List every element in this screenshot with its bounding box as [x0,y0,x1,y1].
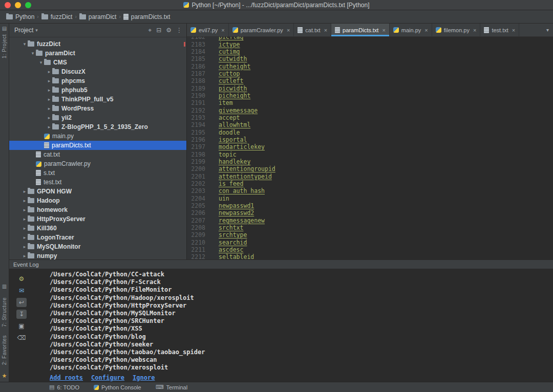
tree-item[interactable]: main.py [9,132,186,141]
editor-line[interactable]: 2186cutheight [187,62,553,70]
editor-line[interactable]: 2201attentiontypeid [187,173,553,180]
tree-collapsed-arrow-icon[interactable]: ▸ [22,226,28,231]
soft-wrap-icon[interactable]: ↩ [16,298,27,307]
editor[interactable]: 2182picflag2183ictype2184cutimg2185cutwi… [187,37,553,259]
tab-close-icon[interactable]: × [221,27,224,33]
editor-line[interactable]: 2205newpasswd1 [187,202,553,209]
tree-item[interactable]: ▾paramDict [9,49,186,58]
tree-collapsed-arrow-icon[interactable]: ▸ [22,244,28,249]
tree-item[interactable]: ▸phpcms [9,76,186,85]
tree-item[interactable]: ▸ThinkPHP_full_v5 [9,95,186,104]
favorites-star-icon[interactable]: ★ [2,373,7,379]
structure-tool-button[interactable]: 7: Structure [2,297,7,327]
editor-line[interactable]: 2211ascdesc [187,246,553,253]
structure-tool-icon[interactable]: ▥ [2,284,7,289]
tree-item[interactable]: paramCrawler.py [9,159,186,168]
tab-close-icon[interactable]: × [382,27,385,33]
tree-item[interactable]: ▸MySQLMonitor [9,242,186,251]
editor-line[interactable]: 2187cuttop [187,70,553,77]
tab-close-icon[interactable]: × [324,27,327,33]
editor-tab[interactable]: cat.txt× [294,24,331,36]
tree-collapsed-arrow-icon[interactable]: ▸ [22,253,28,258]
tree-item[interactable]: ▸HttpProxyServer [9,214,186,224]
editor-tab[interactable]: paramDicts.txt× [331,24,390,36]
tree-item[interactable]: ▸Z-BlogPHP_1_5_2_1935_Zero [9,122,186,132]
editor-tab[interactable]: evil7.py× [187,24,229,36]
settings-gear-icon[interactable]: ⚙ [16,274,27,284]
editor-line[interactable]: 2208srchtxt [187,224,553,231]
editor-line[interactable]: 2206newpasswd2 [187,209,553,216]
editor-line[interactable]: 2185cutwidth [187,55,553,62]
tree-item[interactable]: ▸Hadoop [9,196,186,205]
editor-line[interactable]: 2200attentiongroupid [187,165,553,172]
editor-line[interactable]: 2194allowhtml [187,121,553,128]
editor-line[interactable]: 2189picwidth [187,84,553,92]
tree-collapsed-arrow-icon[interactable]: ▸ [46,106,52,111]
notifications-icon[interactable]: ✉ [16,286,27,295]
tree-item[interactable]: s.txt [9,168,186,178]
add-roots-link[interactable]: Add roots [50,374,83,381]
editor-line[interactable]: 2195doodle [187,128,553,136]
tree-item[interactable]: ▸numpy [9,251,186,259]
tree-collapsed-arrow-icon[interactable]: ▸ [46,115,52,120]
project-tool-icon[interactable]: ▤ [2,26,7,31]
tree-item[interactable]: ▾fuzzDict [9,39,186,49]
tree-item[interactable]: ▾CMS [9,58,186,67]
breadcrumb-item[interactable]: paramDicts.txt [122,13,172,20]
breadcrumb-item[interactable]: Python [5,13,35,20]
tree-item[interactable]: ▸yii2 [9,113,186,122]
editor-tab[interactable]: test.txt× [480,24,519,36]
editor-line[interactable]: 2209srchtype [187,231,553,238]
collapse-all-icon[interactable]: ⊟ [156,27,161,34]
tab-close-icon[interactable]: × [512,27,515,33]
tree-collapsed-arrow-icon[interactable]: ▸ [46,78,52,83]
editor-line[interactable]: 2183ictype [187,40,553,48]
tree-expanded-arrow-icon[interactable]: ▾ [38,60,44,65]
tree-collapsed-arrow-icon[interactable]: ▸ [46,97,52,102]
close-window-button[interactable] [5,2,11,8]
breadcrumb-item[interactable]: paramDict [78,13,118,20]
editor-line[interactable]: 2210searchid [187,239,553,246]
tree-item[interactable]: test.txt [9,178,186,187]
status-item-python-console[interactable]: Python Console [94,384,141,390]
project-view-selector[interactable]: Project ▾ [14,27,38,34]
configure-link[interactable]: Configure [91,374,124,381]
editor-line[interactable]: 2199handlekey [187,158,553,165]
tree-expanded-arrow-icon[interactable]: ▾ [22,41,28,47]
tree-item[interactable]: ▸LogonTracer [9,233,186,242]
editor-line[interactable]: 2196isportal [187,136,553,143]
editor-tab[interactable]: paramCrawler.py× [229,24,294,36]
tree-collapsed-arrow-icon[interactable]: ▸ [46,69,52,74]
tree-expanded-arrow-icon[interactable]: ▾ [30,51,36,56]
editor-line[interactable]: 2193accept [187,114,553,121]
editor-tab[interactable]: main.py× [390,24,432,36]
minimize-window-button[interactable] [15,2,21,8]
tab-close-icon[interactable]: × [424,27,428,33]
tab-close-icon[interactable]: × [287,27,290,33]
editor-line[interactable]: 2184cutimg [187,48,553,55]
editor-line[interactable]: 2190picheight [187,92,553,99]
tree-item[interactable]: ▸Kill360 [9,224,186,233]
tree-item[interactable]: ▸WordPress [9,104,186,113]
editor-line[interactable]: 2188cutleft [187,77,553,84]
expand-all-icon[interactable]: ▣ [16,321,27,331]
tree-collapsed-arrow-icon[interactable]: ▸ [22,207,28,212]
hide-panel-icon[interactable]: ⋮ [176,27,182,34]
tree-item[interactable]: ▸phphub5 [9,85,186,95]
settings-gear-icon[interactable]: ⚙ [166,27,172,34]
ignore-link[interactable]: Ignore [133,374,155,381]
favorites-tool-button[interactable]: 2: Favorites [2,335,7,365]
event-log-header[interactable]: Event Log [9,259,553,269]
breadcrumb-item[interactable]: fuzzDict [40,13,74,20]
project-tool-button[interactable]: 1: Project [2,34,7,58]
editor-line[interactable]: 2182picflag [187,37,553,40]
tree-collapsed-arrow-icon[interactable]: ▸ [22,235,28,240]
tree-item[interactable]: ▸DiscuzX [9,67,186,76]
locate-file-icon[interactable]: ⌖ [148,27,152,34]
editor-line[interactable]: 2198topic [187,151,553,158]
tree-collapsed-arrow-icon[interactable]: ▸ [22,198,28,203]
editor-line[interactable]: 2204uin [187,195,553,202]
tabs-list-icon[interactable]: ▾ [542,27,553,33]
editor-line[interactable]: 2197modarticlekey [187,143,553,150]
tree-collapsed-arrow-icon[interactable]: ▸ [22,189,28,194]
